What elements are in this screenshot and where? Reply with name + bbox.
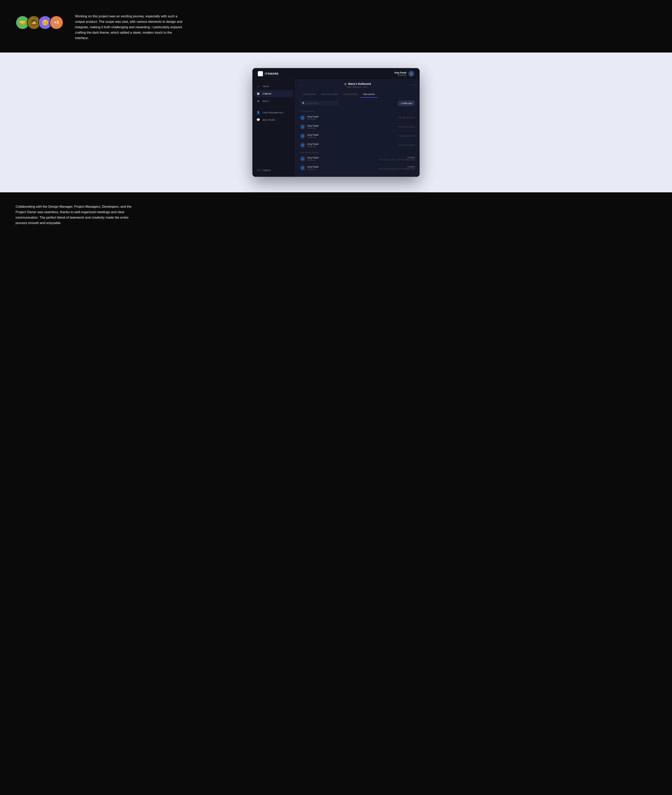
user-name-h1: Amy Farah — [307, 156, 319, 159]
search-input[interactable]: Search User — [307, 102, 336, 104]
user-row-left-4: 👤 Amy Farah Moderator — [300, 142, 319, 148]
user-name-4: Amy Farah — [307, 143, 319, 146]
sidebar-label-item-profile: Item Profile — [262, 118, 275, 122]
header-user-name: Amy Farah — [394, 71, 406, 74]
sidebar-item-logout[interactable]: ⟶ Logout — [253, 166, 295, 174]
user-role-1: Moderator — [307, 118, 319, 120]
cabinet-title-row: ▦ Macy's Outbound — [344, 82, 371, 85]
back-button[interactable]: ← — [300, 83, 303, 87]
user-avatar-2: 👤 — [300, 124, 305, 130]
user-info-4: Amy Farah Moderator — [307, 143, 319, 147]
home-icon: ⌂ — [256, 85, 260, 88]
tabs-row: Cabinet Items About this cabinet Recent … — [295, 91, 419, 98]
user-role-h2: Moderator — [307, 168, 319, 170]
top-description: Working on this project was an exciting … — [75, 14, 184, 41]
search-box[interactable]: 🔍 Search User — [300, 101, 339, 106]
user-avatar-3: 👤 — [300, 133, 305, 139]
cabinet-subtitle: Nylon shipment · size L — [344, 86, 371, 88]
app-mockup: ▣ ITSWARE Amy Farah Moderator 👤 ⌂ Home — [253, 68, 419, 177]
tab-about-cabinet[interactable]: About this cabinet — [318, 91, 341, 98]
user-date-3: From 30 June 2024 — [398, 135, 415, 137]
cabinet-title: Macy's Outbound — [348, 82, 371, 85]
cabinet-title-area: ▦ Macy's Outbound Nylon shipment · size … — [344, 82, 371, 88]
user-name-2: Amy Farah — [307, 125, 319, 127]
avatars-group: 🤜 🧔 😊 +3 — [16, 16, 63, 30]
user-history-status-2: Disabled From 30 June 2022 to 28 Decembe… — [379, 166, 415, 170]
sidebar-item-items[interactable]: ◈ Items — [253, 97, 295, 105]
history-label: User access history — [295, 150, 419, 154]
middle-section: ▣ ITSWARE Amy Farah Moderator 👤 ⌂ Home — [0, 53, 672, 192]
history-date-2: From 30 June 2022 to 28 December 2024 — [379, 168, 415, 170]
tab-cabinet-items[interactable]: Cabinet Items — [300, 91, 318, 98]
sidebar: ⌂ Home ▣ Cabinet ◈ Items 👤 User Manageme… — [253, 80, 295, 177]
top-section: 🤜 🧔 😊 +3 Working on this project was an … — [0, 0, 672, 53]
user-role-3: Moderator — [307, 136, 319, 138]
user-name-h2: Amy Farah — [307, 165, 319, 168]
tab-user-access[interactable]: User access — [360, 91, 378, 98]
sidebar-item-user-management[interactable]: 👤 User Management — [253, 109, 295, 116]
current-access-label: Current Access — [295, 109, 419, 113]
search-invite-row: 🔍 Search User + Invite user — [295, 98, 419, 109]
sidebar-item-home[interactable]: ⌂ Home — [253, 83, 295, 90]
app-body: ⌂ Home ▣ Cabinet ◈ Items 👤 User Manageme… — [253, 80, 419, 177]
app-name: ITSWARE — [265, 72, 278, 75]
cabinet-header: ← ▦ Macy's Outbound Nylon shipment · siz… — [295, 80, 419, 91]
main-content: ← ▦ Macy's Outbound Nylon shipment · siz… — [295, 80, 419, 177]
search-icon: 🔍 — [302, 102, 305, 105]
sidebar-label-logout: Logout — [262, 169, 270, 171]
app-logo: ▣ ITSWARE — [258, 71, 278, 76]
logout-icon: ⟶ — [256, 168, 260, 172]
user-avatar-1: 👤 — [300, 115, 305, 120]
user-role-4: Moderator — [307, 146, 319, 147]
sidebar-item-cabinet[interactable]: ▣ Cabinet — [254, 90, 293, 97]
user-role-2: Moderator — [307, 127, 319, 129]
sidebar-label-user-management: User Management — [262, 111, 283, 114]
invite-user-button[interactable]: + Invite user — [398, 101, 415, 106]
header-user-role: Moderator — [394, 74, 406, 76]
user-row-current-4: 👤 Amy Farah Moderator From 30 June 2024 — [295, 141, 419, 150]
user-row-left: 👤 Amy Farah Moderator — [300, 115, 319, 120]
user-info-3: Amy Farah Moderator — [307, 134, 319, 138]
user-history-status-1: Disabled From 30 June 2022 to 28 Decembe… — [379, 157, 415, 161]
cabinet-icon: ▣ — [256, 92, 260, 95]
user-row-current-2: 👤 Amy Farah Moderator From 30 June 2024 — [295, 122, 419, 131]
user-info-2: Amy Farah Moderator — [307, 125, 319, 129]
user-info-1: Amy Farah Moderator — [307, 115, 319, 120]
user-management-icon: 👤 — [256, 110, 260, 114]
bottom-section: Collaborating with the Design Manager, P… — [0, 192, 672, 237]
sidebar-label-items: Items — [262, 99, 269, 102]
user-row-current-3: 👤 Amy Farah Moderator From 30 June 2024 — [295, 131, 419, 141]
cabinet-more-button[interactable]: ··· — [412, 83, 415, 87]
user-avatar-h2: 👤 — [300, 165, 305, 171]
logo-icon: ▣ — [258, 71, 263, 76]
avatar-more: +3 — [50, 16, 63, 30]
cabinet-grid-icon: ▦ — [344, 82, 347, 85]
header-user-info: Amy Farah Moderator 👤 — [394, 71, 414, 77]
user-row-current-1: 👤 Amy Farah Moderator From 30 June 2024 — [295, 113, 419, 122]
user-avatar-h1: 👤 — [300, 156, 305, 162]
user-row-history-left-2: 👤 Amy Farah Moderator — [300, 165, 319, 171]
tab-recent-activity[interactable]: Recent Activity — [341, 91, 360, 98]
user-name-1: Amy Farah — [307, 115, 319, 118]
user-row-history-left-1: 👤 Amy Farah Moderator — [300, 156, 319, 162]
sidebar-label-home: Home — [262, 85, 269, 88]
user-row-history-2: 👤 Amy Farah Moderator Disabled From 30 J… — [295, 163, 419, 173]
user-name-3: Amy Farah — [307, 134, 319, 136]
sidebar-spacer — [253, 123, 295, 166]
disabled-label-1: Disabled — [379, 157, 415, 159]
user-date-2: From 30 June 2024 — [398, 126, 415, 128]
user-info-h1: Amy Farah Moderator — [307, 156, 319, 161]
user-date-1: From 30 June 2024 — [398, 117, 415, 119]
user-role-h1: Moderator — [307, 159, 319, 161]
history-date-1: From 30 June 2022 to 28 December 2024 — [379, 159, 415, 161]
header-user-avatar: 👤 — [408, 71, 414, 77]
user-info-h2: Amy Farah Moderator — [307, 165, 319, 170]
user-avatar-4: 👤 — [300, 142, 305, 148]
user-row-left-3: 👤 Amy Farah Moderator — [300, 133, 319, 139]
items-icon: ◈ — [256, 99, 260, 103]
bottom-description: Collaborating with the Design Manager, P… — [16, 204, 140, 226]
user-row-history-1: 👤 Amy Farah Moderator Disabled From 30 J… — [295, 154, 419, 163]
user-row-left-2: 👤 Amy Farah Moderator — [300, 124, 319, 130]
app-header: ▣ ITSWARE Amy Farah Moderator 👤 — [253, 68, 419, 80]
sidebar-item-item-profile[interactable]: 💬 Item Profile — [253, 116, 295, 123]
